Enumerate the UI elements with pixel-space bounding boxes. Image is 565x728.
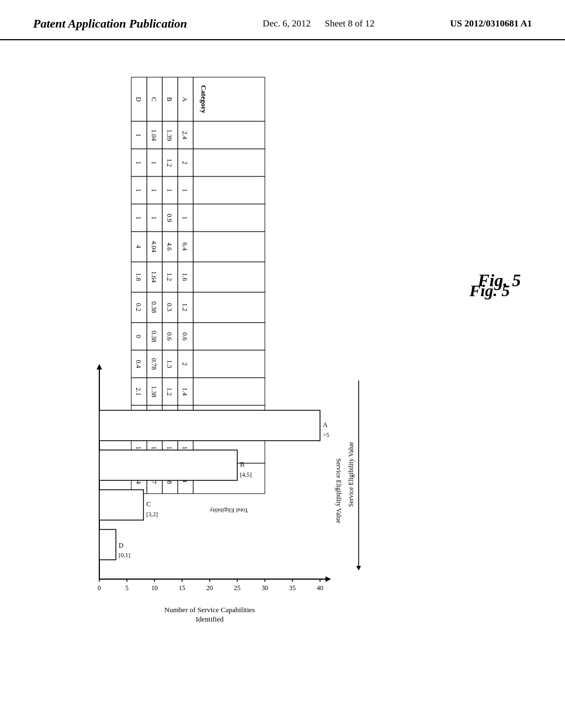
svg-text:1.6: 1.6 [181,273,189,281]
svg-text:0.2: 0.2 [135,303,142,312]
svg-text:6.4: 6.4 [181,243,189,251]
svg-rect-3 [193,121,265,149]
svg-text:25: 25 [234,584,241,592]
svg-text:[3,2]: [3,2] [146,511,158,517]
svg-text:0.78: 0.78 [150,358,158,370]
header-sheet: Sheet 8 of 12 [324,18,374,29]
figure-area: Fig. 5 Category [28,61,554,717]
header-center: Dec. 6, 2012 Sheet 8 of 12 [263,18,375,29]
svg-text:Service Eligibility Value: Service Eligibility Value [335,458,343,523]
svg-text:1: 1 [181,216,189,220]
svg-text:1.2: 1.2 [166,159,173,167]
svg-text:C: C [150,97,158,101]
svg-text:1.3: 1.3 [166,360,173,368]
svg-text:>5: >5 [323,431,329,438]
svg-text:4.6: 4.6 [166,243,173,251]
svg-text:40: 40 [317,584,323,592]
svg-text:Category: Category [200,85,208,114]
svg-text:0.6: 0.6 [166,333,173,341]
svg-text:Service Eligibility Value: Service Eligibility Value [347,442,355,507]
svg-rect-13 [193,262,265,292]
fig-label-text: Fig. 5 [470,281,510,300]
svg-text:0.3: 0.3 [166,303,173,312]
svg-text:1: 1 [135,161,142,164]
svg-text:0: 0 [135,335,142,338]
svg-text:0.9: 0.9 [166,214,173,222]
svg-text:1: 1 [150,446,158,449]
header-date: Dec. 6, 2012 [263,18,311,29]
svg-text:1: 1 [135,133,142,137]
svg-text:5: 5 [125,584,129,592]
svg-text:C: C [146,500,151,508]
svg-text:1.2: 1.2 [166,273,173,281]
svg-text:[4,5]: [4,5] [240,471,252,478]
svg-text:Total Eligibility: Total Eligibility [210,507,248,514]
svg-text:0.38: 0.38 [150,331,158,342]
svg-text:B: B [240,461,244,468]
svg-text:35: 35 [289,584,296,592]
svg-text:D: D [119,542,124,549]
svg-text:4.04: 4.04 [150,241,158,253]
svg-rect-19 [193,350,265,378]
svg-rect-177 [99,410,320,441]
svg-rect-168 [99,529,116,560]
svg-marker-143 [326,576,331,582]
svg-text:1.2: 1.2 [166,388,173,396]
svg-text:A: A [323,421,328,429]
svg-text:D: D [135,97,142,102]
svg-text:0.38: 0.38 [150,302,158,313]
svg-text:Number of Service Capabilities: Number of Service Capabilities [164,606,255,614]
svg-text:1.4: 1.4 [181,388,189,396]
svg-text:2: 2 [181,161,189,164]
svg-text:15: 15 [179,584,185,592]
svg-rect-171 [99,490,143,520]
svg-text:1: 1 [150,216,158,220]
svg-text:4: 4 [135,245,142,248]
page-header: Patent Application Publication Dec. 6, 2… [0,17,565,40]
svg-rect-17 [193,323,265,350]
page-wrapper: Patent Application Publication Dec. 6, 2… [0,0,565,728]
svg-rect-9 [193,204,265,232]
svg-text:1: 1 [135,216,142,220]
svg-text:0.4: 0.4 [135,360,142,368]
svg-text:2: 2 [181,362,189,366]
svg-text:B: B [166,97,173,101]
svg-text:0.6: 0.6 [181,333,189,341]
svg-rect-5 [193,149,265,176]
svg-text:1: 1 [181,446,189,449]
header-left: Patent Application Publication [33,17,187,31]
svg-text:1: 1 [166,189,173,192]
svg-text:[0,1]: [0,1] [119,552,130,558]
svg-text:1.38: 1.38 [150,386,158,398]
svg-text:1: 1 [181,189,189,192]
svg-text:A: A [181,97,189,102]
svg-rect-174 [99,450,237,480]
svg-text:20: 20 [206,584,213,592]
svg-marker-144 [97,364,102,370]
svg-text:1.39: 1.39 [166,130,173,141]
svg-text:1: 1 [135,446,142,449]
svg-text:2.4: 2.4 [181,131,189,140]
svg-text:10: 10 [151,584,158,592]
svg-text:1: 1 [135,189,142,192]
svg-text:1.8: 1.8 [135,273,142,281]
svg-rect-21 [193,378,265,405]
svg-text:Identified: Identified [196,615,224,623]
svg-text:1: 1 [166,446,173,449]
svg-text:2.1: 2.1 [135,388,142,396]
header-right: US 2012/0310681 A1 [450,18,532,29]
svg-text:30: 30 [262,584,268,592]
svg-text:1: 1 [150,189,158,192]
svg-rect-11 [193,232,265,262]
figure-svg: Category Occ() Trigger() OrgRed() AppRed… [28,61,502,711]
svg-text:1.64: 1.64 [150,271,158,283]
svg-text:1.2: 1.2 [181,303,189,312]
svg-rect-7 [193,176,265,204]
svg-text:0: 0 [98,584,101,592]
svg-text:1.04: 1.04 [150,130,158,141]
svg-text:1: 1 [150,161,158,164]
svg-rect-15 [193,292,265,323]
